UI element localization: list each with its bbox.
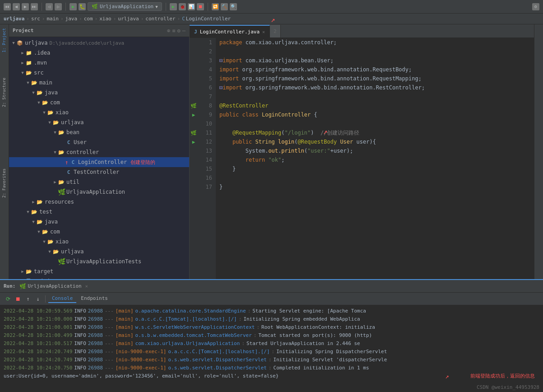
label-test: test — [39, 209, 52, 215]
toolbar-run-green[interactable]: ▶ — [70, 3, 77, 10]
spring-class-icon: 🌿 — [58, 189, 65, 195]
line11-arrow: ↗ — [323, 127, 328, 136]
arrow-idea: ▶ — [20, 51, 25, 55]
arrow-test-java: ▼ — [31, 219, 36, 224]
breadcrumb-controller[interactable]: controller — [145, 16, 175, 22]
stop-btn[interactable]: ⏹ — [197, 3, 204, 10]
gutter-17 — [190, 182, 198, 191]
toolbar-icon-1[interactable]: ⏮ — [4, 3, 11, 10]
gutter-15 — [190, 164, 198, 173]
tree-item-test-urljava[interactable]: ▼ 📂 urljava — [9, 247, 189, 257]
arrow-xiao: ▼ — [42, 110, 47, 115]
tree-item-test-controller[interactable]: C TestController — [9, 167, 189, 177]
toolbar-icon-2[interactable]: ◀ — [13, 3, 20, 10]
tree-item-target[interactable]: ▶ 📂 target — [9, 266, 189, 276]
tree-item-test[interactable]: ▼ 📂 test — [9, 207, 189, 217]
toolbar-icon-3[interactable]: ▶ — [22, 3, 29, 10]
code-line-15: } — [219, 164, 530, 173]
settings-btn[interactable]: ⚙ — [532, 3, 539, 10]
tree-item-urljava-pkg[interactable]: ▼ 📂 urljava — [9, 117, 189, 127]
tree-item-test-java[interactable]: ▼ 📂 java — [9, 217, 189, 227]
panel-icon-settings[interactable]: ⚙ — [177, 28, 181, 34]
java-icon: J — [194, 29, 197, 35]
tree-item-test-com[interactable]: ▼ 📂 com — [9, 227, 189, 237]
tab-2[interactable]: 2 — [270, 25, 281, 37]
code-editor[interactable]: 🌿 ▶ 🌿 ▶ 1 2 3 4 5 6 7 8 9 — [190, 38, 534, 279]
ln-8: 8 — [198, 101, 212, 110]
run-btn[interactable]: ▶ — [170, 3, 177, 10]
breadcrumb-java[interactable]: java — [65, 16, 78, 22]
breadcrumb-main[interactable]: main — [46, 16, 59, 22]
run-with-coverage-btn[interactable]: 📊 — [188, 3, 195, 10]
tree-item-mvn[interactable]: ▶ 📁 .mvn — [9, 58, 189, 68]
breadcrumb-src[interactable]: src — [31, 16, 40, 22]
arrow-resources: ▶ — [31, 200, 36, 204]
separator-1 — [42, 3, 42, 11]
breadcrumb-urljava[interactable]: urljava — [118, 16, 139, 22]
vcs-btn[interactable]: 🔁 — [212, 3, 219, 10]
panel-title: Project — [13, 28, 33, 33]
tree-item-test-xiao[interactable]: ▼ 📂 xiao — [9, 237, 189, 247]
run-config[interactable]: 🌿 UrljavaApplication ▼ — [88, 2, 162, 11]
tab-login-controller[interactable]: J LoginController.java ✕ — [190, 25, 270, 37]
tab-favorites[interactable]: 2: Favorites — [0, 165, 9, 201]
run-spring-icon: 🌿 — [19, 283, 26, 289]
tree-item-resources[interactable]: ▶ 📂 resources — [9, 197, 189, 207]
tree-item-main[interactable]: ▼ 📂 main — [9, 78, 189, 88]
toolbar-icon-4[interactable]: ⏭ — [31, 3, 38, 10]
tree-item-urljava-app[interactable]: 🌿 UrljavaApplication — [9, 187, 189, 197]
run-tab-console[interactable]: Console — [48, 294, 76, 303]
tree-item-xiao[interactable]: ▼ 📂 xiao — [9, 107, 189, 117]
arrow-urljava: ▼ — [11, 41, 16, 45]
bottom-annotation: 前端登陆成功后，返回的信息 — [470, 372, 535, 380]
tree-item-gitignore[interactable]: 📄 .gitignore — [9, 276, 189, 279]
panel-icon-close[interactable]: — — [182, 28, 186, 34]
ln-3: 3 — [198, 56, 212, 65]
tree-item-bean[interactable]: ▼ 📂 bean — [9, 127, 189, 137]
run-scroll-btn[interactable]: ↓ — [33, 294, 42, 303]
tree-item-com[interactable]: ▼ 📂 com — [9, 98, 189, 107]
tree-item-user[interactable]: C User — [9, 137, 189, 147]
ln-14: 14 — [198, 155, 212, 164]
tree-item-util[interactable]: ▶ 📂 util — [9, 177, 189, 187]
toolbar-debug[interactable]: 🐛 — [79, 3, 86, 10]
tree-item-src[interactable]: ▼ 📂 src — [9, 68, 189, 78]
run-restart-btn[interactable]: ⟳ — [4, 294, 13, 303]
tab-project[interactable]: 1: Project — [0, 24, 9, 56]
tree-item-controller[interactable]: ▼ 📂 controller — [9, 147, 189, 157]
tree-item-urljava-root[interactable]: ▼ 📦 urljava D:\javadcode\code\urljava — [9, 38, 189, 48]
toolbar-forward[interactable]: ▷ — [55, 3, 62, 10]
tree-item-java[interactable]: ▼ 📂 java — [9, 88, 189, 98]
panel-icon-add[interactable]: ⊕ — [167, 28, 170, 34]
arrow-target: ▶ — [20, 269, 25, 274]
breadcrumb-module[interactable]: urljava — [4, 16, 24, 22]
panel-icon-collapse[interactable]: ≡ — [172, 28, 175, 34]
console-line-1: 2022-04-28 10:20:59.569 INFO 26988 --- [… — [4, 307, 539, 315]
tab-close-login[interactable]: ✕ — [262, 29, 265, 34]
folder-bean-icon: 📂 — [58, 129, 65, 135]
tree-item-login-controller[interactable]: ↑ C LoginController 创建登陆的 — [9, 157, 189, 167]
label-test-xiao: xiao — [56, 238, 69, 245]
breadcrumb-com[interactable]: com — [84, 16, 93, 22]
search-btn[interactable]: 🔍 — [230, 3, 237, 10]
console-line-3: 2022-04-28 10:21:00.001 INFO 26988 --- [… — [4, 323, 539, 331]
gutter-2 — [190, 47, 198, 56]
tree-item-urljava-tests[interactable]: 🌿 UrljavaApplicationTests — [9, 257, 189, 266]
run-panel-close[interactable]: ✕ — [85, 284, 88, 289]
build-btn[interactable]: 🔨 — [221, 3, 228, 10]
debug-btn[interactable]: 🐞 — [179, 3, 186, 10]
run-filter-btn[interactable]: ↑ — [23, 294, 32, 303]
gutter-8: 🌿 — [190, 101, 198, 110]
breadcrumb-xiao[interactable]: xiao — [99, 16, 111, 22]
editor-top-annotation: ↗ — [271, 15, 275, 24]
toolbar-back[interactable]: ◁ — [46, 3, 53, 10]
folder-xiao-icon: 📂 — [47, 109, 54, 116]
tab-structure[interactable]: 2: Structure — [0, 74, 9, 111]
run-panel-header: Run: 🌿 UrljavaApplication ✕ — [0, 280, 543, 293]
run-tab-endpoints[interactable]: Endpoints — [77, 294, 111, 303]
code-content[interactable]: package com.xiao.urljava.controller; ⊟im… — [216, 38, 534, 279]
label-login-controller: LoginController — [78, 159, 127, 165]
panel-header: Project ⊕ ≡ ⚙ — — [9, 24, 189, 37]
run-stop-btn[interactable]: ⏹ — [14, 294, 23, 303]
tree-item-idea[interactable]: ▶ 📁 .idea — [9, 48, 189, 58]
